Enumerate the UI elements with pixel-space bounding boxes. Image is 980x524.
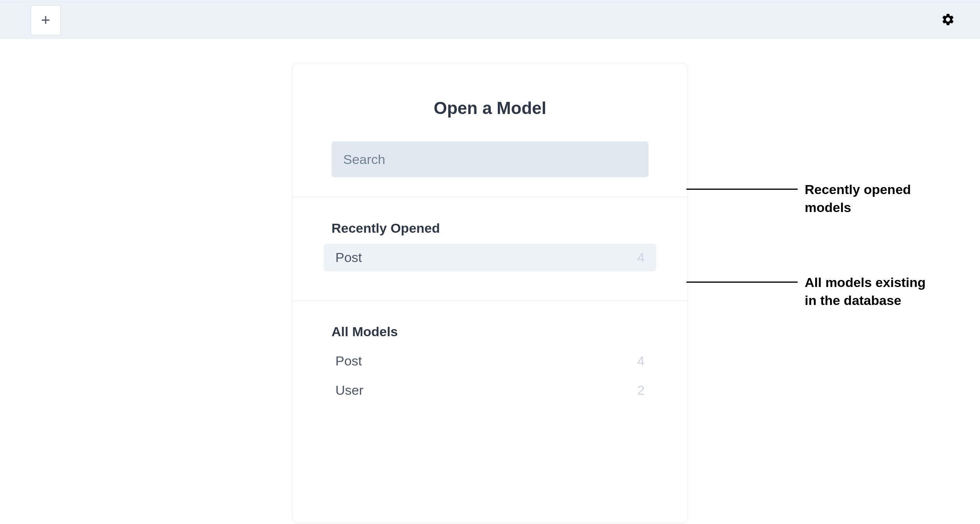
all-models-row[interactable]: User 2 bbox=[324, 376, 656, 404]
annotation-line bbox=[686, 282, 798, 283]
open-model-modal: Open a Model Recently Opened Post 4 All … bbox=[292, 63, 688, 523]
annotation-text: All models existingin the database bbox=[805, 274, 926, 310]
all-models-title: All Models bbox=[324, 324, 656, 339]
modal-title: Open a Model bbox=[331, 98, 649, 118]
recently-opened-section: Recently Opened Post 4 bbox=[292, 197, 688, 301]
add-tab-button[interactable]: + bbox=[30, 5, 61, 36]
model-count: 2 bbox=[637, 383, 645, 398]
settings-button[interactable] bbox=[939, 12, 957, 29]
search-input[interactable] bbox=[331, 141, 649, 177]
annotation-line bbox=[686, 189, 798, 190]
model-name: User bbox=[335, 383, 363, 398]
all-models-row[interactable]: Post 4 bbox=[324, 347, 656, 375]
annotation-all-models: All models existingin the database bbox=[686, 274, 926, 310]
plus-icon: + bbox=[41, 11, 50, 29]
main-area: Open a Model Recently Opened Post 4 All … bbox=[0, 39, 980, 523]
recently-opened-title: Recently Opened bbox=[324, 221, 656, 236]
annotation-recently-opened: Recently openedmodels bbox=[686, 181, 911, 217]
all-models-section: All Models Post 4 User 2 bbox=[292, 301, 688, 523]
topbar: + bbox=[0, 2, 980, 39]
recently-opened-model-row[interactable]: Post 4 bbox=[324, 244, 656, 271]
model-count: 4 bbox=[637, 250, 645, 265]
model-count: 4 bbox=[637, 353, 645, 369]
model-name: Post bbox=[335, 250, 362, 265]
modal-header: Open a Model bbox=[292, 63, 688, 197]
annotation-text: Recently openedmodels bbox=[805, 181, 911, 217]
gear-icon bbox=[941, 12, 955, 28]
model-name: Post bbox=[335, 353, 362, 369]
